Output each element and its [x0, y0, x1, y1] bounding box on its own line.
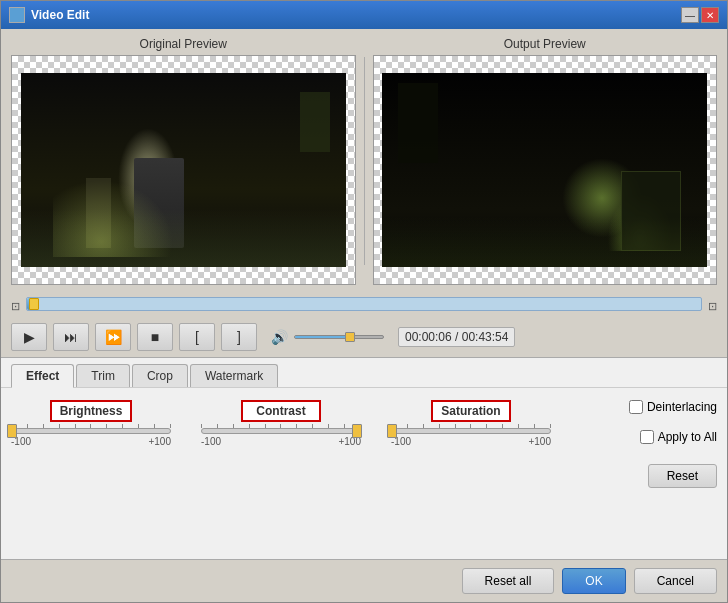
- tab-trim[interactable]: Trim: [76, 364, 130, 387]
- app-icon: [9, 7, 25, 23]
- saturation-max: +100: [528, 436, 551, 447]
- output-preview-container: [373, 55, 718, 285]
- mark-in-button[interactable]: [: [179, 323, 215, 351]
- video-edit-window: Video Edit — ✕ Original Preview: [0, 0, 728, 603]
- minimize-button[interactable]: —: [681, 7, 699, 23]
- tab-headers: Effect Trim Crop Watermark: [1, 358, 727, 388]
- ok-button[interactable]: OK: [562, 568, 625, 594]
- contrast-range: -100 +100: [201, 436, 361, 447]
- tab-watermark[interactable]: Watermark: [190, 364, 278, 387]
- output-preview-panel: Output Preview: [373, 37, 718, 285]
- controls-area: ▶ ⏭ ⏩ ■ [ ] 🔊 00:00:06 / 00:43:54: [1, 319, 727, 358]
- stop-button[interactable]: ■: [137, 323, 173, 351]
- contrast-min: -100: [201, 436, 221, 447]
- contrast-group: Contrast -100 +100: [201, 400, 361, 447]
- output-preview-label: Output Preview: [504, 37, 586, 51]
- saturation-slider-container: -100 +100: [391, 424, 551, 447]
- original-preview-panel: Original Preview: [11, 37, 356, 285]
- cancel-button[interactable]: Cancel: [634, 568, 717, 594]
- tab-crop[interactable]: Crop: [132, 364, 188, 387]
- brightness-thumb[interactable]: [7, 424, 17, 438]
- reset-button[interactable]: Reset: [648, 464, 717, 488]
- title-bar-left: Video Edit: [9, 7, 89, 23]
- saturation-group: Saturation -100 +100: [391, 400, 551, 447]
- close-button[interactable]: ✕: [701, 7, 719, 23]
- output-video-frame: [382, 73, 707, 267]
- tabs-area: Effect Trim Crop Watermark Brightness: [1, 358, 727, 559]
- deinterlacing-wrapper: Deinterlacing: [629, 400, 717, 414]
- right-controls: Deinterlacing Apply to All Reset: [629, 400, 717, 488]
- volume-slider[interactable]: [294, 327, 384, 347]
- apply-all-checkbox[interactable]: [640, 430, 654, 444]
- title-bar: Video Edit — ✕: [1, 1, 727, 29]
- brightness-track[interactable]: [11, 428, 171, 434]
- contrast-thumb[interactable]: [352, 424, 362, 438]
- timeline-start-icon: ⊡: [11, 300, 20, 313]
- time-display: 00:00:06 / 00:43:54: [398, 327, 515, 347]
- saturation-track[interactable]: [391, 428, 551, 434]
- tab-effect[interactable]: Effect: [11, 364, 74, 388]
- timeline-end-icon: ⊡: [708, 300, 717, 313]
- original-video-frame: [21, 73, 346, 267]
- volume-thumb[interactable]: [345, 332, 355, 342]
- volume-icon: 🔊: [271, 329, 288, 345]
- timeline-thumb[interactable]: [29, 298, 39, 310]
- original-preview-label: Original Preview: [140, 37, 227, 51]
- preview-divider: [364, 57, 365, 265]
- reset-all-button[interactable]: Reset all: [462, 568, 555, 594]
- saturation-label: Saturation: [431, 400, 511, 422]
- brightness-group: Brightness -100 +100: [11, 400, 171, 447]
- brightness-label: Brightness: [50, 400, 133, 422]
- saturation-range: -100 +100: [391, 436, 551, 447]
- deinterlacing-label: Deinterlacing: [647, 400, 717, 414]
- contrast-slider-container: -100 +100: [201, 424, 361, 447]
- saturation-thumb[interactable]: [387, 424, 397, 438]
- title-controls: — ✕: [681, 7, 719, 23]
- effect-tab-content: Brightness -100 +100: [1, 388, 727, 559]
- play-button[interactable]: ▶: [11, 323, 47, 351]
- reset-group: Reset: [648, 464, 717, 488]
- brightness-range: -100 +100: [11, 436, 171, 447]
- window-title: Video Edit: [31, 8, 89, 22]
- timeline-area: ⊡ ⊡: [1, 293, 727, 319]
- contrast-track[interactable]: [201, 428, 361, 434]
- sliders-row: Brightness -100 +100: [11, 400, 717, 488]
- deinterlacing-checkbox[interactable]: [629, 400, 643, 414]
- apply-all-label: Apply to All: [658, 430, 717, 444]
- mark-out-button[interactable]: ]: [221, 323, 257, 351]
- preview-area: Original Preview Output Preview: [1, 29, 727, 293]
- original-preview-container: [11, 55, 356, 285]
- brightness-slider-container: -100 +100: [11, 424, 171, 447]
- timeline-track[interactable]: [26, 297, 702, 311]
- contrast-label: Contrast: [241, 400, 321, 422]
- frame-forward-button[interactable]: ⏩: [95, 323, 131, 351]
- bottom-buttons: Reset all OK Cancel: [1, 559, 727, 602]
- apply-all-wrapper: Apply to All: [640, 430, 717, 444]
- brightness-max: +100: [148, 436, 171, 447]
- step-forward-button[interactable]: ⏭: [53, 323, 89, 351]
